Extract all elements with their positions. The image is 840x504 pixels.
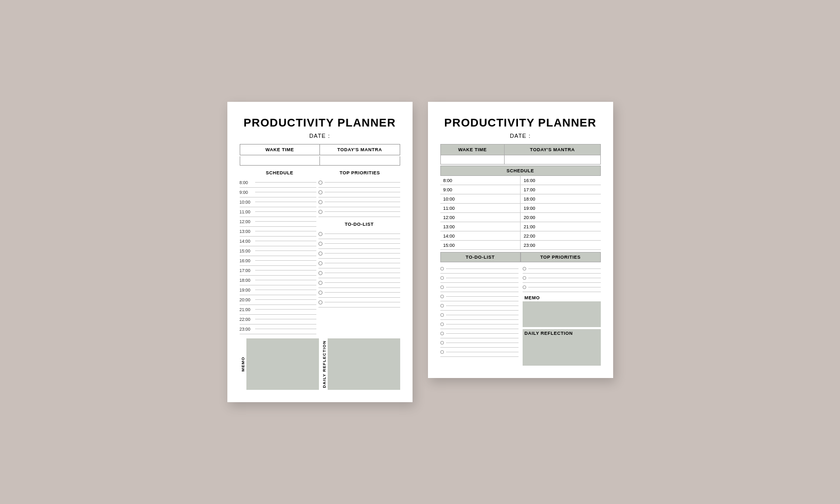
- daily-reflection-label-left: DAILY REFLECTION: [321, 338, 328, 390]
- daily-reflection-section-left: DAILY REFLECTION: [321, 338, 400, 390]
- table-row: 14:00 22:00: [440, 231, 601, 241]
- schedule-row-1500: 15:00: [240, 246, 317, 256]
- priorities-header-right: TOP PRIORITIES: [521, 252, 601, 262]
- schedule-left-1100: 11:00: [440, 204, 521, 213]
- schedule-row-1300: 13:00: [240, 227, 317, 237]
- table-row: 9:00 17:00: [440, 185, 601, 194]
- mantra-input[interactable]: [320, 156, 400, 165]
- schedule-left-1000: 10:00: [440, 194, 521, 204]
- table-row: 15:00 23:00: [440, 241, 601, 250]
- todo-right-10: [440, 348, 519, 357]
- schedule-row-1800: 18:00: [240, 276, 317, 285]
- schedule-row-2200: 22:00: [240, 315, 317, 325]
- right-todo-list: [440, 264, 519, 366]
- todo-row-8: [318, 298, 400, 308]
- schedule-row-1700: 17:00: [240, 266, 317, 276]
- schedule-left-800: 8:00: [440, 176, 521, 185]
- table-row: 11:00 19:00: [440, 204, 601, 213]
- schedule-row-2000: 20:00: [240, 295, 317, 305]
- daily-reflection-box-left[interactable]: [328, 338, 400, 390]
- left-date-line: DATE :: [240, 133, 400, 139]
- todo-right-4: [440, 292, 519, 301]
- schedule-header-left: SCHEDULE: [240, 169, 320, 177]
- schedule-right-2000: 20:00: [521, 213, 601, 222]
- todo-title-left: TO-DO-LIST: [318, 220, 400, 228]
- schedule-row-1100: 11:00: [240, 207, 317, 217]
- schedule-row-1200: 12:00: [240, 217, 317, 227]
- main-content-left: 8:00 9:00 10:00 11:00 12:00 13:00 14:00 …: [240, 178, 400, 334]
- schedule-right-2100: 21:00: [521, 222, 601, 231]
- schedule-row-1400: 14:00: [240, 237, 317, 246]
- right-planner-page: PRODUCTIVITY PLANNER DATE : WAKE TIME TO…: [428, 102, 613, 379]
- priority-row-4: [318, 207, 400, 217]
- table-row: 8:00 16:00: [440, 176, 601, 185]
- priorities-header-left: TOP PRIORITIES: [320, 169, 400, 177]
- table-row: 12:00 20:00: [440, 213, 601, 222]
- schedule-left-900: 9:00: [440, 185, 521, 194]
- todo-row-7: [318, 288, 400, 298]
- memo-section-left: MEMO: [240, 338, 319, 390]
- schedule-row-2300: 23:00: [240, 325, 317, 334]
- todo-right-9: [440, 338, 519, 348]
- right-schedule-table: 8:00 16:00 9:00 17:00 10:00 18:00 11:00 …: [440, 176, 601, 250]
- right-bottom-section: MEMO DAILY REFLECTION: [440, 264, 601, 366]
- right-wake-time-input[interactable]: [440, 155, 505, 164]
- todo-header-right: TO-DO-LIST: [440, 252, 521, 262]
- schedule-right-1900: 19:00: [521, 204, 601, 213]
- table-row: 13:00 21:00: [440, 222, 601, 231]
- schedule-row-900: 9:00: [240, 188, 317, 197]
- todo-right-5: [440, 301, 519, 311]
- wake-time-label: WAKE TIME: [240, 145, 320, 155]
- priority-row-1: [318, 178, 400, 188]
- wake-input-row: [240, 156, 400, 166]
- right-mantra-input[interactable]: [505, 155, 600, 164]
- right-header-table: WAKE TIME TODAY'S MANTRA: [440, 144, 601, 165]
- todo-right-2: [440, 274, 519, 283]
- todo-row-1: [318, 229, 400, 239]
- wake-time-input[interactable]: [240, 156, 320, 165]
- priorities-todo-column-left: TO-DO-LIST: [318, 178, 400, 334]
- memo-container-right: MEMO: [523, 294, 601, 327]
- left-planner-page: PRODUCTIVITY PLANNER DATE : WAKE TIME TO…: [227, 102, 413, 402]
- right-mantra-header: TODAY'S MANTRA: [505, 144, 600, 155]
- bottom-sections-left: MEMO DAILY REFLECTION: [240, 338, 400, 390]
- memo-box-left[interactable]: [246, 338, 319, 390]
- right-memo-daily-section: MEMO DAILY REFLECTION: [523, 264, 601, 366]
- priority-right-1: [523, 264, 601, 274]
- right-page-title: PRODUCTIVITY PLANNER: [440, 116, 601, 130]
- schedule-right-2300: 23:00: [521, 241, 601, 250]
- schedule-row-800: 8:00: [240, 178, 317, 188]
- todays-mantra-label: TODAY'S MANTRA: [320, 145, 400, 155]
- schedule-left-1500: 15:00: [440, 241, 521, 250]
- schedule-row-1000: 10:00: [240, 197, 317, 207]
- schedule-row-1900: 19:00: [240, 285, 317, 295]
- schedule-left-1200: 12:00: [440, 213, 521, 222]
- priority-row-2: [318, 188, 400, 197]
- schedule-row-2100: 21:00: [240, 305, 317, 315]
- todo-right-6: [440, 311, 519, 320]
- daily-reflection-box-right[interactable]: [523, 337, 601, 366]
- todo-row-2: [318, 239, 400, 249]
- schedule-right-1800: 18:00: [521, 194, 601, 204]
- memo-header-right: MEMO: [523, 294, 601, 301]
- daily-reflection-header-right: DAILY REFLECTION: [523, 329, 601, 337]
- priority-right-3: [523, 283, 601, 292]
- schedule-priorities-headers: SCHEDULE TOP PRIORITIES: [240, 169, 400, 177]
- left-page-title: PRODUCTIVITY PLANNER: [240, 116, 400, 130]
- todo-row-3: [318, 249, 400, 259]
- memo-label-left: MEMO: [240, 338, 246, 390]
- todo-row-6: [318, 278, 400, 288]
- memo-box-right[interactable]: [523, 301, 601, 327]
- todo-right-8: [440, 329, 519, 338]
- todo-right-1: [440, 264, 519, 274]
- right-schedule-header: SCHEDULE: [440, 166, 601, 176]
- pages-container: PRODUCTIVITY PLANNER DATE : WAKE TIME TO…: [227, 102, 613, 402]
- daily-reflection-container-right: DAILY REFLECTION: [523, 329, 601, 366]
- todo-row-5: [318, 268, 400, 278]
- todo-right-3: [440, 283, 519, 292]
- right-wake-time-header: WAKE TIME: [440, 144, 505, 155]
- schedule-right-2200: 22:00: [521, 231, 601, 241]
- todo-right-7: [440, 320, 519, 329]
- priority-row-3: [318, 197, 400, 207]
- todo-row-4: [318, 259, 400, 268]
